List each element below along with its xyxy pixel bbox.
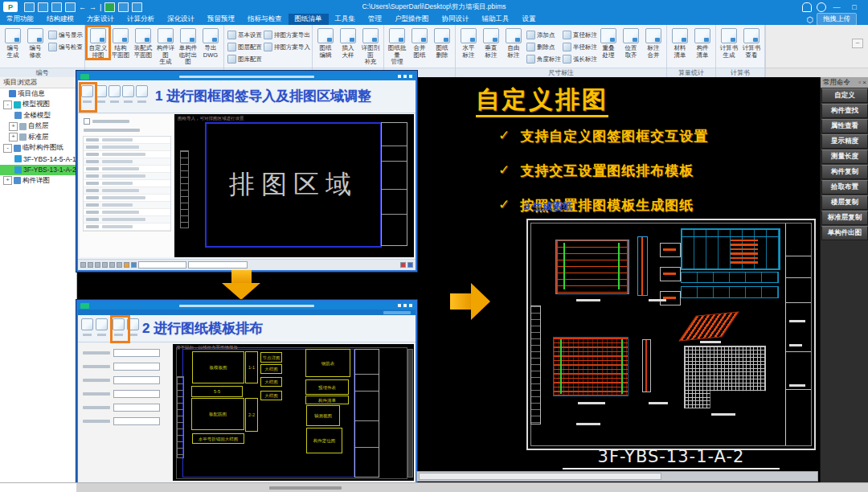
ribbon-small-button[interactable]: 排图方案导入 [262,41,310,53]
ribbon-small-button[interactable]: 角度标注 [525,53,561,65]
dim-merge-button[interactable]: 标注合并 [642,27,665,59]
undo-icon[interactable]: ← [79,3,86,11]
layout-box-大样图[interactable]: 大样图 [260,377,282,387]
layout-box-构件清单[interactable]: 构件清单 [305,396,349,404]
ribbon-tab-1[interactable]: 常用功能 [0,14,40,25]
command-构件复制[interactable]: 构件复制 [821,165,868,179]
layout-box-2-2[interactable]: 2-2 [245,398,258,432]
inset2-tool1-icon[interactable] [81,318,93,330]
ribbon-tab-10[interactable]: 管理 [362,14,388,25]
user-account-icon[interactable] [817,2,826,12]
command-单构件出图[interactable]: 单构件出图 [821,226,868,240]
ribbon-small-button[interactable]: 删除点 [525,41,561,53]
insert-detail-button[interactable]: 插入大样 [337,27,359,59]
inset2-form-select[interactable] [113,349,160,357]
ribbon-small-button[interactable]: 弧长标注 [561,53,597,65]
component-list-button[interactable]: 构件清单 [691,27,714,59]
horizontal-scrollbar[interactable] [416,471,818,482]
command-自定义[interactable]: 自定义 [821,88,868,103]
close-icon[interactable]: × [862,79,866,86]
number-edit-button[interactable]: 编号修改 [24,27,47,59]
layout-box-大样图[interactable]: 大样图 [260,391,282,400]
sheet-edit-button[interactable]: 图纸编辑 [314,27,337,59]
ribbon-small-button[interactable]: 直径标注 [561,29,597,41]
ribbon-small-button[interactable]: 图库配置 [226,53,262,65]
inset2-form-select[interactable] [113,390,160,398]
layout-box-大样图[interactable]: 大样图 [260,364,282,374]
doc1-icon[interactable] [118,2,129,12]
export-icon[interactable] [104,2,115,12]
ribbon-tab-6[interactable]: 预留预埋 [201,14,241,25]
tree-item-模型视图[interactable]: -模型视图 [0,100,76,111]
layout-box-构件定位图[interactable]: 构件定位图 [306,428,342,453]
tree-item-自然层[interactable]: +自然层 [0,121,76,133]
tree-item-标准层[interactable]: +标准层 [0,132,76,143]
section-supplement-button[interactable]: 详图剖面补充 [359,27,382,66]
layout-box-水平弯折锚固大样图[interactable]: 水平弯折锚固大样图 [192,433,244,444]
overlap-button[interactable]: 重叠处理 [597,27,620,59]
expand-icon[interactable]: + [3,176,12,185]
ribbon-small-button[interactable]: 基本设置 [226,29,262,41]
align-button[interactable]: 位置取齐 [620,27,642,59]
ribbon-small-button[interactable]: 排图方案导出 [262,29,310,41]
ribbon-collapse-button[interactable]: – [852,39,863,48]
material-list-button[interactable]: 材料清单 [669,27,691,59]
detail-generate-button[interactable]: 构件详图生成 [154,27,177,66]
horizontal-dim-button[interactable]: 水平标注 [457,27,480,59]
layout-box-预埋件表[interactable]: 预埋件表 [305,379,349,395]
pin-icon[interactable]: ▫ [858,79,861,86]
ribbon-tab-11[interactable]: 户型操作图 [388,14,436,25]
calcbook-generate-button[interactable]: 计算书生成 [718,27,740,59]
tree-item-临时构件图纸[interactable]: -临时构件图纸 [0,143,76,154]
vertical-dim-button[interactable]: 垂直标注 [480,27,502,59]
ribbon-tab-9[interactable]: 工具集 [329,14,362,25]
ribbon-small-button[interactable]: 编号显示 [47,29,83,41]
expand-icon[interactable]: + [9,133,18,141]
maximize-button[interactable]: □ [847,2,862,12]
notifications-icon[interactable] [802,2,812,12]
inset1-tool3-icon[interactable] [108,85,121,97]
layout-box-板模板图[interactable]: 板模板图 [192,351,244,383]
structure-plan-button[interactable]: 结构平面图 [109,27,132,59]
ribbon-tab-7[interactable]: 指标与检查 [241,14,289,25]
merge-sheet-button[interactable]: 合并图纸 [408,27,431,59]
inset1-tool4-icon[interactable] [122,85,134,97]
layout-box-轴测视图[interactable]: 轴测视图 [306,405,340,426]
layout-box-1-1[interactable]: 1-1 [245,351,258,383]
doc2-icon[interactable] [132,2,142,12]
layout-box-板配筋图[interactable]: 板配筋图 [191,398,244,430]
ribbon-tab-3[interactable]: 方案设计 [80,14,121,25]
command-构件查找[interactable]: 构件查找 [821,104,868,118]
tree-item-构件详图[interactable]: +构件详图 [0,175,76,187]
command-属性查看[interactable]: 属性查看 [821,119,868,133]
expand-icon[interactable]: + [9,122,18,131]
ribbon-tab-13[interactable]: 辅助工具 [476,14,516,25]
command-显示精度[interactable]: 显示精度 [821,134,868,149]
ribbon-small-button[interactable]: 编号检查 [47,41,83,53]
export-dwg-button[interactable]: 导出DWG [199,27,222,59]
inset2-tool2-icon[interactable] [96,318,108,330]
layout-box-节点详图[interactable]: 节点详图 [260,352,282,363]
inset1-tool5-icon[interactable] [136,85,148,97]
tree-item-3F-YBS-14-5-A-1[interactable]: 3F-YBS-14-5-A-1 [0,154,76,165]
command-测量长度[interactable]: 测量长度 [821,150,868,164]
inset2-form-select[interactable] [113,417,160,425]
save-icon[interactable] [51,2,62,12]
command-楼层复制[interactable]: 楼层复制 [821,195,868,210]
ribbon-tab-2[interactable]: 结构建模 [40,14,80,25]
custom-layout-button[interactable]: 自定义排图 [87,27,109,59]
ribbon-tab-5[interactable]: 深化设计 [161,14,201,25]
calcbook-view-button[interactable]: 计算书查看 [740,27,763,59]
ribbon-tab-4[interactable]: 计算分析 [121,14,161,25]
drag-upload-button[interactable]: 拖拽上传 [817,13,857,26]
tree-item-项目信息[interactable]: 项目信息 [0,88,76,100]
tree-item-全楼模型[interactable]: 全楼模型 [0,110,76,121]
layout-box-5-5[interactable]: 5-5 [191,386,243,397]
ribbon-small-button[interactable]: 添加点 [525,29,561,41]
redo-icon[interactable]: → [89,3,96,11]
collapse-icon[interactable]: - [3,144,12,153]
tree-item-3F-YBS-13-1-A-2[interactable]: 3F-YBS-13-1-A-2 [0,165,76,176]
command-标准层复制[interactable]: 标准层复制 [821,211,868,225]
minimize-button[interactable]: — [829,2,844,12]
collapse-icon[interactable]: - [3,100,12,109]
